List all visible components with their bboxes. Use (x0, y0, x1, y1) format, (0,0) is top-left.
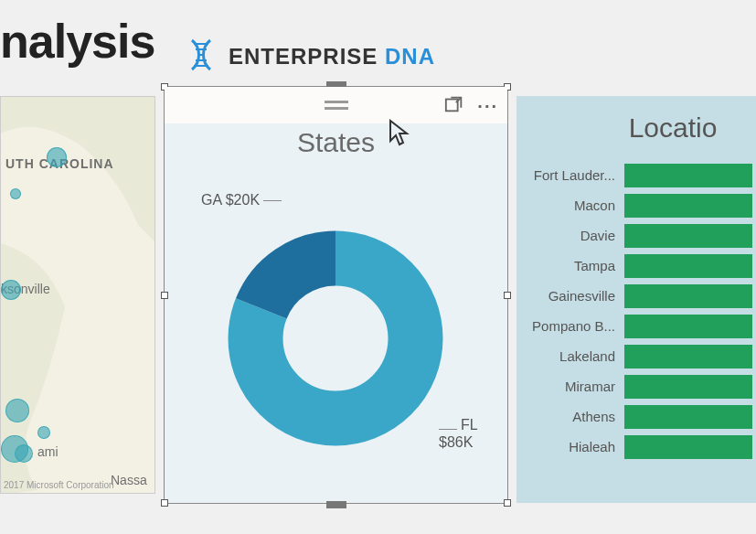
resize-handle-l[interactable] (161, 292, 168, 299)
map-bubble[interactable] (47, 147, 67, 167)
map-bubble[interactable] (15, 444, 33, 463)
location-row[interactable]: Davie (516, 220, 756, 251)
locations-title: Locatio (516, 112, 756, 144)
location-row[interactable]: Fort Lauder... (516, 160, 756, 190)
location-label: Gainesville (516, 288, 624, 304)
location-row[interactable]: Gainesville (516, 281, 756, 311)
map-city-label: ami (37, 444, 59, 459)
states-visual[interactable]: ··· States GA $20K FL $86K (165, 87, 507, 503)
location-row[interactable]: Pompano B... (516, 311, 756, 341)
map-bubble[interactable] (10, 188, 21, 199)
dna-icon (183, 37, 219, 77)
location-row[interactable]: Miramar (516, 371, 756, 401)
drag-handle-icon[interactable] (325, 101, 348, 110)
location-label: Lakeland (516, 348, 624, 364)
svg-rect-5 (446, 100, 458, 112)
cursor-icon (389, 119, 410, 146)
location-label: Davie (516, 228, 624, 243)
chart-title: States (165, 127, 507, 158)
map-city-label: Nassa (111, 473, 147, 487)
map-bubble[interactable] (37, 426, 50, 439)
location-bar[interactable] (624, 254, 752, 278)
location-row[interactable]: Hialeah (516, 432, 756, 462)
donut-label-ga: GA $20K (201, 192, 282, 208)
resize-handle-b[interactable] (326, 501, 346, 508)
resize-handle-r[interactable] (504, 292, 511, 299)
resize-handle-br[interactable] (504, 499, 511, 507)
visual-header[interactable]: ··· (165, 87, 507, 123)
focus-mode-icon[interactable] (444, 94, 464, 118)
location-label: Fort Lauder... (516, 167, 624, 183)
location-row[interactable]: Lakeland (516, 341, 756, 371)
more-options-icon[interactable]: ··· (477, 96, 498, 117)
brand-text: ENTERPRISE DNA (229, 44, 435, 69)
location-bar[interactable] (624, 375, 752, 399)
resize-handle-bl[interactable] (161, 499, 168, 507)
locations-visual[interactable]: Locatio Fort Lauder...MaconDavieTampaGai… (516, 96, 756, 503)
brand-logo: ENTERPRISE DNA (183, 37, 435, 77)
location-bar[interactable] (624, 194, 752, 218)
map-bubble[interactable] (5, 399, 29, 422)
location-row[interactable]: Tampa (516, 251, 756, 281)
location-bar[interactable] (624, 315, 752, 338)
location-label: Tampa (516, 258, 624, 273)
location-label: Miramar (516, 379, 624, 394)
location-bar[interactable] (624, 284, 752, 308)
location-label: Athens (516, 409, 624, 424)
location-bar[interactable] (624, 405, 752, 429)
location-bar[interactable] (624, 164, 752, 187)
location-bar[interactable] (624, 435, 752, 459)
map-bubble[interactable] (1, 280, 21, 300)
donut-chart[interactable] (221, 224, 450, 453)
page-title: nalysis (0, 14, 154, 69)
location-row[interactable]: Athens (516, 401, 756, 432)
location-label: Pompano B... (516, 318, 624, 334)
location-bar[interactable] (624, 345, 752, 368)
location-label: Hialeah (516, 439, 624, 454)
location-row[interactable]: Macon (516, 190, 756, 220)
map-visual[interactable]: UTH CAROLINA ksonville ami Nassa 2017 Mi… (0, 96, 155, 494)
map-copyright: 2017 Microsoft Corporation (4, 480, 114, 490)
location-bar[interactable] (624, 224, 752, 248)
location-label: Macon (516, 198, 624, 213)
